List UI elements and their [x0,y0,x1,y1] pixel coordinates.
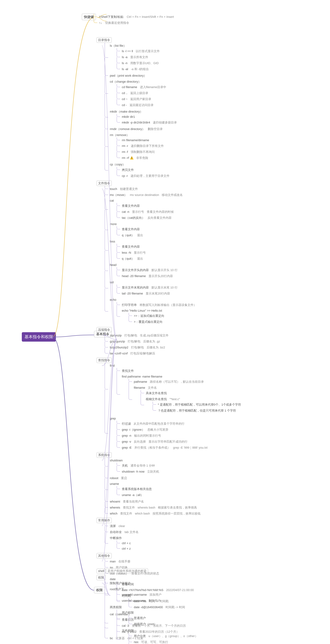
tree-node[interactable]: find [108,364,116,368]
tree-node[interactable]: userdel username [120,598,147,603]
tree-node[interactable]: less -N [120,250,132,255]
tree-node[interactable]: 用户权限 [120,610,135,615]
tree-node[interactable]: filename [132,386,146,390]
tree-node[interactable]: tail -20 filename [120,291,144,296]
tree-node[interactable]: grep [108,416,117,421]
tree-node[interactable]: rm -r [120,144,129,148]
group-node[interactable]: 目录指令 [97,37,112,43]
tree-node[interactable]: 查看文件内容 [120,244,141,249]
tree-node[interactable]: ctrl + c [120,541,132,546]
tree-node[interactable]: cd - [120,103,128,107]
tree-node[interactable]: mkdir -p dir2/dir3/dir4 [120,120,152,125]
tree-node[interactable]: 权限 [97,575,106,580]
tree-node[interactable]: pwd（print work directory） [108,73,148,78]
tree-node[interactable]: mv（move） [108,192,129,198]
tree-node[interactable]: 普通用户 [132,616,147,620]
tree-node[interactable]: q（quit） [120,256,136,261]
tree-node[interactable]: mkdir（make directory） [108,109,144,114]
tree-node[interactable]: pathname [132,380,149,384]
group-node[interactable]: 压缩指令 [97,327,112,332]
tree-node[interactable]: ls（list file） [108,43,128,48]
tree-node[interactable]: 具体文件名查找 [144,391,168,396]
tree-node[interactable]: q（quit） [120,233,136,238]
tree-node[interactable]: cat -n [120,210,131,214]
tree-node[interactable]: cd（change directory） [108,79,143,84]
tree-node[interactable]: shutdown -h now [120,470,146,474]
tree-node[interactable]: 两类权限 [108,605,123,610]
tree-node[interactable]: ls -n [120,61,129,65]
tree-node[interactable]: 显示文件开头的内容 [120,268,150,272]
tree-node[interactable]: 查看文件内容 [120,204,141,208]
group-node[interactable]: 文件指令 [97,180,112,186]
tree-node[interactable]: 行过滤 [120,421,132,426]
tree-node[interactable]: grep -n [120,434,133,438]
tree-node[interactable]: echo [108,298,118,302]
tree-node[interactable]: rmdir（romove directory） [108,126,146,132]
group-node[interactable]: 查找指令 [97,358,112,363]
tree-node[interactable]: roboot [108,476,120,480]
tree-node[interactable]: >>：追加式输出重定向 [132,314,166,318]
tree-node[interactable]: 打印字符串 [120,302,138,308]
tree-node[interactable]: 超级用户（root） [132,622,158,626]
tree-node[interactable]: ls -l == ll [120,49,134,53]
tree-node[interactable]: tac（cat的反向） [120,216,146,220]
tree-node[interactable]: ls -a [120,55,129,59]
tree-node[interactable]: 用户分类 [132,634,147,638]
tree-node[interactable]: 显示文件末尾的内容 [120,285,150,290]
tree-node[interactable]: cp -r [120,174,129,178]
tree-node[interactable]: ？也是通配符，用于模糊匹配，但是只可用来代替 1 个字符 [156,408,237,413]
tree-node[interactable]: grep -i（ignore） [120,427,146,432]
tree-node[interactable]: 关机 [120,463,129,468]
tree-node[interactable]: cat [108,198,115,203]
tree-node[interactable]: 模糊文件名查找 [144,397,168,402]
tree-node[interactable]: whoami [108,500,122,504]
group-node[interactable]: 其他指令 [97,553,112,558]
tree-node[interactable]: less [108,239,117,244]
tree-node[interactable]: rm -rf [120,156,135,160]
tree-node[interactable]: useradd username [120,592,148,597]
tree-node[interactable]: >：覆盖式输出重定向 [132,320,164,324]
tree-node[interactable]: 中断操作 [108,536,123,540]
tree-node[interactable]: 查看文件内容 [120,227,141,232]
tree-node[interactable]: gzip/gunzip [108,339,126,344]
tree-node[interactable]: more [108,222,118,226]
tree-node[interactable]: 查找文件 [120,368,135,373]
tree-node[interactable]: head [108,263,118,267]
tree-node[interactable]: ls -al [120,67,129,71]
tree-node[interactable]: 自动补全 [108,530,123,534]
tree-node[interactable]: rm（remove） [108,132,131,138]
tree-node[interactable]: echo "Hello Linux" >> Hello.txt [120,308,164,313]
tree-node[interactable]: 拷贝文件 [120,168,135,172]
tree-node[interactable]: 文件权限 [120,628,135,633]
tree-node[interactable]: tar -czvf/-xzvf [108,351,129,356]
tree-node[interactable]: man [108,559,117,564]
tree-node[interactable]: which [108,512,119,516]
tree-node[interactable]: cp（copy） [108,162,127,167]
root-node[interactable]: 基本指令和权限 [22,332,56,342]
tree-node[interactable]: shutdown [108,458,124,463]
tree-node[interactable]: find pathname -name filename [120,374,164,379]
tree-node[interactable]: 限制用户的权力 [108,581,132,586]
tree-node[interactable]: rm filename/dirname [120,138,151,142]
tree-node[interactable]: root用户下 [108,587,125,592]
tree-node[interactable]: uname -a（all） [120,492,145,498]
tree-node[interactable]: * 是通配符，用于模糊匹配，可以用来代替0个、1个或多个字符 [156,402,242,407]
tree-node[interactable]: bzip2/bunzip2 [108,345,130,350]
group-node[interactable]: 常用操作 [97,518,112,523]
tree-node[interactable]: touch [108,187,119,191]
tree-node[interactable]: shell [97,568,106,574]
tree-node[interactable]: cd ~ [120,97,129,101]
tree-node[interactable]: zip/unzip [108,333,123,338]
tree-node[interactable]: ctrl + z [120,546,132,551]
group-node[interactable]: 系统指令 [97,452,112,458]
tree-node[interactable]: rm -f [120,150,129,154]
tree-node[interactable]: cd .. [120,91,129,95]
tree-node[interactable]: cd filename [120,85,139,89]
tree-node[interactable]: rwx [132,640,140,644]
tree-node[interactable]: 查看系统版本相关信息 [120,486,153,492]
tree-node[interactable]: grep -v [120,440,132,444]
tree-node[interactable]: whereis [108,506,122,510]
tree-node[interactable]: tail [108,280,115,284]
tree-node[interactable]: head -20 filename [120,274,147,278]
tree-node[interactable]: uname [108,482,120,486]
